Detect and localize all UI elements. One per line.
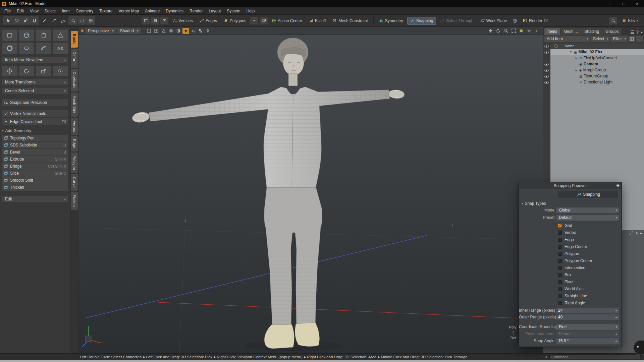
snap-type-row[interactable]: Edge Center (519, 243, 622, 250)
snapping-toggle-button[interactable]: Snapping (558, 191, 619, 198)
snap-angle-field[interactable]: 15.0 ° ◂▸ (556, 338, 619, 344)
panel-tab[interactable]: Items (544, 28, 560, 35)
outer-range-field[interactable]: 40 ◂▸ (556, 314, 619, 320)
edge-crease-tool-button[interactable]: Edge Crease Tool F8 (2, 118, 68, 125)
add-item-dropdown[interactable]: Add Item (544, 36, 590, 42)
snap-type-checkbox[interactable] (558, 301, 562, 305)
snap-type-row[interactable]: Box (519, 271, 622, 278)
mini-slider-icon[interactable]: ◂▸ (615, 340, 617, 343)
item-visibility-toggle[interactable] (543, 79, 550, 85)
tool-list-item[interactable]: SDS Subdivide D (2, 142, 68, 148)
snaps-and-precision-button[interactable]: Snaps and Precision (2, 99, 68, 106)
tool-tab[interactable]: Mesh Edit (71, 93, 78, 116)
chevron-right-icon[interactable]: ▸ (641, 30, 643, 34)
tree-item-row[interactable]: ☀ Directional Light (550, 79, 644, 85)
tool-tab[interactable]: Basic (71, 31, 78, 48)
menu-item[interactable]: Help (243, 8, 258, 14)
menu-item[interactable]: Layout (206, 8, 224, 14)
edges-mode-button[interactable]: Edges (197, 17, 220, 24)
viewport-canvas[interactable]: -2 4 Poly ( Def (78, 35, 543, 353)
layers-icon[interactable] (260, 17, 268, 24)
snap-type-checkbox[interactable] (558, 238, 562, 242)
mesh-constraint-button[interactable]: Mesh Constraint (330, 17, 370, 24)
snap-type-row[interactable]: Polygon (519, 250, 622, 257)
maximize-button[interactable]: □ (617, 0, 631, 7)
snap-type-row[interactable]: Vertex (519, 229, 622, 236)
tree-item-row[interactable]: ▸ ⊕ FbxUpAxisConvert (550, 55, 644, 61)
menu-item[interactable]: Edit (14, 8, 27, 14)
item-visibility-toggle[interactable] (543, 61, 550, 67)
matcap-toggle-icon[interactable] (175, 28, 182, 34)
mini-slider-icon[interactable]: ◂▸ (615, 316, 617, 319)
pen-icon[interactable] (40, 17, 48, 24)
center-selected-dropdown[interactable]: Center Selected (2, 87, 68, 94)
snap-type-row[interactable]: Edge (519, 236, 622, 243)
tool-list-item[interactable]: Smooth Shift (2, 177, 68, 184)
snap-type-checkbox[interactable] (558, 224, 562, 228)
maximize-viewport-icon[interactable] (510, 28, 517, 34)
snap-type-checkbox[interactable] (558, 266, 562, 270)
menu-item[interactable]: Select (42, 8, 59, 14)
list-style-icon[interactable] (630, 30, 634, 34)
menu-item[interactable]: Texture (96, 8, 115, 14)
shading-mode-dropdown[interactable]: Shaded (117, 28, 141, 34)
items-mode-icon[interactable] (151, 17, 159, 24)
menu-item[interactable]: Geometry (73, 8, 97, 14)
gear-icon[interactable] (526, 28, 532, 34)
viewport-options-icon[interactable] (205, 28, 211, 34)
orbit-icon[interactable] (495, 28, 501, 34)
scale-tool-button[interactable] (36, 66, 51, 76)
menu-item[interactable]: File (1, 8, 14, 14)
select-through-button[interactable]: Select Through (437, 17, 476, 24)
chevron-right-icon[interactable]: ▸ (640, 231, 642, 235)
tool-tab[interactable]: Polygon (71, 153, 78, 173)
coordinate-rounding-dropdown[interactable]: Fine (556, 324, 619, 330)
expander-icon[interactable]: ▸ (575, 56, 578, 60)
tool-tab[interactable]: Duplicate (71, 69, 78, 92)
panel-tab[interactable]: Groups (602, 28, 622, 35)
chevron-right-icon[interactable]: ▸ (533, 28, 540, 34)
snap-type-row[interactable]: Intersection (519, 264, 622, 271)
close-button[interactable]: × (631, 0, 644, 7)
torus-primitive-button[interactable] (2, 43, 17, 54)
tube-primitive-button[interactable] (36, 43, 51, 54)
menu-item[interactable]: Animate (142, 8, 163, 14)
paint-select-icon[interactable] (21, 17, 30, 24)
environment-color-icon[interactable] (518, 28, 525, 34)
gear-icon[interactable] (635, 231, 639, 235)
filter-dropdown[interactable]: Filter (610, 36, 627, 42)
snap-type-checkbox[interactable] (558, 231, 562, 235)
rotate-tool-button[interactable] (19, 66, 35, 76)
mode-dropdown-icon[interactable] (250, 17, 258, 24)
item-visibility-toggle[interactable] (543, 55, 550, 61)
sphere-primitive-button[interactable] (19, 29, 35, 41)
select-dropdown[interactable]: Select (591, 36, 609, 42)
menu-item[interactable]: Render (186, 8, 206, 14)
auto-mode-icon[interactable] (142, 17, 150, 24)
expand-panel-icon[interactable] (630, 231, 633, 235)
zoom-icon[interactable] (502, 28, 509, 34)
edit-dropdown[interactable]: Edit (2, 196, 68, 202)
snap-type-checkbox[interactable] (558, 280, 562, 284)
snap-type-row[interactable]: World Axis (519, 285, 622, 292)
symmetry-button[interactable]: Symmetry (376, 17, 406, 24)
snap-types-section-header[interactable]: ▾ Snap Types (519, 200, 622, 206)
tree-item-row[interactable]: ▾ ▣ Mike_02.Fbx (550, 49, 644, 55)
tool-list-item[interactable]: Thicken (2, 184, 68, 191)
menu-item[interactable]: Item (59, 8, 72, 14)
snap-type-checkbox[interactable] (558, 294, 562, 298)
search-icon[interactable] (609, 17, 617, 24)
tool-list-item[interactable]: Bridge Ctrl-Shift-X (2, 163, 68, 170)
snap-type-row[interactable]: Polygon Center (519, 257, 622, 264)
command-input[interactable] (549, 354, 641, 359)
ruler-icon[interactable] (59, 17, 67, 24)
capsule-primitive-button[interactable] (19, 43, 35, 54)
menu-item[interactable]: Dynamics (163, 8, 186, 14)
gl-background-toggle-icon[interactable] (182, 28, 189, 34)
mini-slider-icon[interactable]: ◂▸ (615, 309, 617, 312)
mode-dropdown[interactable]: Global (556, 207, 619, 213)
tree-item-row[interactable]: ▦ TextureGroup (550, 73, 644, 79)
grid-snap-icon[interactable] (87, 17, 95, 24)
snap-type-checkbox[interactable] (558, 287, 562, 291)
expander-icon[interactable]: ▸ (575, 68, 578, 72)
